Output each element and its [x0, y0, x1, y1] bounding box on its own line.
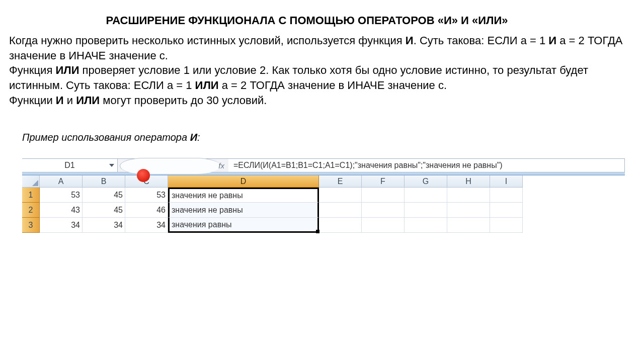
page-title: РАСШИРЕНИЕ ФУНКЦИОНАЛА С ПОМОЩЬЮ ОПЕРАТО…	[86, 14, 528, 27]
cell-F3[interactable]	[362, 218, 405, 233]
p2d: ИЛИ	[195, 79, 219, 92]
p3c: и	[64, 94, 76, 107]
col-header-A[interactable]: A	[40, 175, 83, 188]
cell-I2[interactable]	[490, 203, 523, 218]
p1d: И	[548, 34, 556, 47]
body-paragraphs: Когда нужно проверить несколько истинных…	[9, 33, 628, 108]
fx-button-area: fx	[118, 159, 228, 172]
p1b: И	[406, 34, 414, 47]
cell-I3[interactable]	[490, 218, 523, 233]
p2a: Функция	[9, 64, 55, 76]
spreadsheet-grid: A B C D E F G H I 1 53 45 53 значения не…	[22, 175, 625, 233]
cell-C3[interactable]: 34	[125, 218, 168, 233]
cell-I1[interactable]	[490, 188, 523, 203]
p1c: . Суть такова: ЕСЛИ а = 1	[414, 34, 549, 47]
fx-arc-decoration	[120, 158, 220, 174]
fx-icon[interactable]: fx	[218, 161, 224, 170]
cell-D2[interactable]: значения не равны	[168, 203, 319, 218]
fill-handle-icon[interactable]	[316, 230, 319, 233]
col-header-B[interactable]: B	[83, 175, 125, 188]
row-header-3[interactable]: 3	[22, 218, 40, 233]
cell-B1[interactable]: 45	[83, 188, 125, 203]
caption-pre: Пример использования оператора	[22, 132, 190, 143]
cell-A3[interactable]: 34	[40, 218, 83, 233]
cell-C1[interactable]: 53	[125, 188, 168, 203]
p2e: а = 2 ТОГДА значение в ИНАЧЕ значение с.	[219, 79, 447, 92]
cell-H3[interactable]	[447, 218, 490, 233]
cell-F1[interactable]	[362, 188, 405, 203]
p3b: И	[56, 94, 64, 107]
p2b: ИЛИ	[55, 64, 79, 76]
col-header-F[interactable]: F	[362, 175, 405, 188]
cell-B2[interactable]: 45	[83, 203, 125, 218]
row-header-2[interactable]: 2	[22, 203, 40, 218]
formula-text: =ЕСЛИ(И(A1=B1;B1=C1;A1=C1);"значения рав…	[233, 161, 503, 170]
cell-E1[interactable]	[319, 188, 362, 203]
cell-F2[interactable]	[362, 203, 405, 218]
cell-A2[interactable]: 43	[40, 203, 83, 218]
formula-bar: D1 fx =ЕСЛИ(И(A1=B1;B1=C1;A1=C1);"значен…	[22, 158, 625, 172]
name-box[interactable]: D1	[22, 159, 118, 172]
col-header-D[interactable]: D	[168, 175, 319, 188]
cell-G1[interactable]	[405, 188, 447, 203]
caption-op: И	[190, 132, 197, 143]
row-header-1[interactable]: 1	[22, 188, 40, 203]
name-box-value: D1	[64, 161, 74, 170]
formula-input[interactable]: =ЕСЛИ(И(A1=B1;B1=C1;A1=C1);"значения рав…	[228, 159, 624, 172]
p3e: могут проверить до 30 условий.	[100, 94, 267, 107]
col-header-G[interactable]: G	[405, 175, 447, 188]
cell-D1[interactable]: значения не равны	[168, 188, 319, 203]
cell-H2[interactable]	[447, 203, 490, 218]
cell-G3[interactable]	[405, 218, 447, 233]
col-header-H[interactable]: H	[447, 175, 490, 188]
cell-D3-value: значения равны	[172, 220, 231, 229]
col-header-E[interactable]: E	[319, 175, 362, 188]
excel-screenshot: D1 fx =ЕСЛИ(И(A1=B1;B1=C1;A1=C1);"значен…	[22, 158, 625, 233]
cell-E3[interactable]	[319, 218, 362, 233]
select-all-corner[interactable]	[22, 175, 40, 188]
cell-C2[interactable]: 46	[125, 203, 168, 218]
p1a: Когда нужно проверить несколько истинных…	[9, 34, 406, 47]
example-caption: Пример использования оператора И:	[22, 132, 639, 143]
name-box-dropdown-icon[interactable]	[109, 164, 114, 167]
p3d: ИЛИ	[76, 94, 100, 107]
cell-E2[interactable]	[319, 203, 362, 218]
caption-post: :	[197, 132, 200, 143]
cell-D3[interactable]: значения равны	[168, 218, 319, 233]
col-header-I[interactable]: I	[490, 175, 523, 188]
cell-H1[interactable]	[447, 188, 490, 203]
cell-G2[interactable]	[405, 203, 447, 218]
cell-A1[interactable]: 53	[40, 188, 83, 203]
p3a: Функции	[9, 94, 56, 107]
cell-B3[interactable]: 34	[83, 218, 125, 233]
